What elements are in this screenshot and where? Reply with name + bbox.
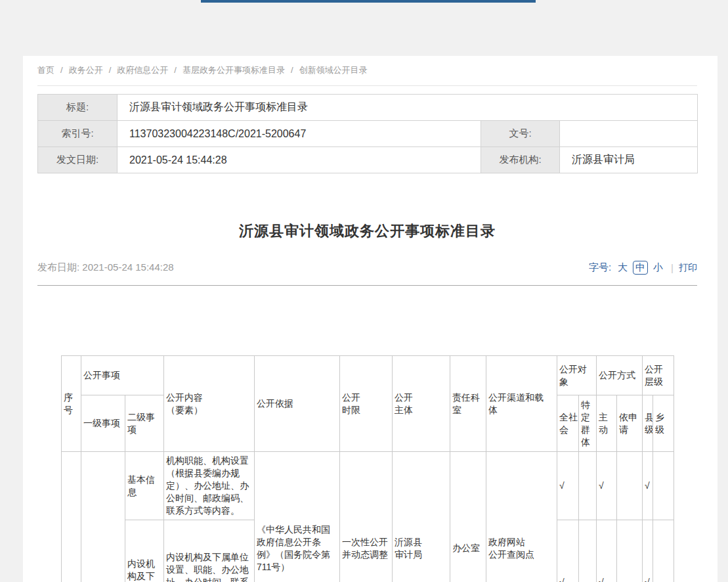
meta-title-label: 标题:: [38, 95, 118, 121]
header-content: 公开内容 （要素）: [164, 356, 255, 452]
cell-method-request: [617, 520, 643, 582]
breadcrumb-divider: [37, 85, 697, 86]
catalog-table: 序 号 公开事项 公开内容 （要素） 公开依据 公开 时限 公开 主体 责任科 …: [61, 355, 674, 582]
print-button[interactable]: 打印: [679, 262, 697, 274]
header-level-town: 乡 级: [653, 395, 674, 452]
breadcrumb-separator: /: [60, 65, 63, 75]
cell-basis: 《中华人民共和国 政府信息公开条 例》（国务院令第 711号）: [255, 452, 340, 582]
cell-content: 内设机构及下属单位 设置、职能、办公地 址、办公时间、联系 方式、负责人姓名等 …: [164, 520, 255, 582]
breadcrumb-item-zhengwu[interactable]: 政务公开: [69, 65, 103, 75]
font-size-label: 字号:: [589, 261, 611, 274]
catalog-header-row-1: 序 号 公开事项 公开内容 （要素） 公开依据 公开 时限 公开 主体 责任科 …: [62, 356, 674, 395]
cell-method-request: [617, 452, 643, 520]
header-audience-specific: 特 定 群 体: [579, 395, 597, 452]
divider-pipe: |: [671, 262, 674, 273]
header-serial: 序 号: [62, 356, 81, 452]
page-title: 沂源县审计领域政务公开事项标准目录: [37, 217, 697, 245]
header-level: 公开 层级: [643, 356, 674, 395]
cell-subject: 沂源县 审计局: [393, 452, 450, 582]
cell-audience-specific: [579, 452, 597, 520]
checkmark-method-active: √: [597, 452, 617, 520]
header-audience: 公开对 象: [557, 356, 597, 395]
meta-title-value: 沂源县审计领域政务公开事项标准目录: [118, 95, 698, 121]
font-size-large-button[interactable]: 大: [618, 261, 628, 274]
cell-audience-specific: [579, 520, 597, 582]
font-size-small-button[interactable]: 小: [653, 261, 663, 274]
publish-date: 发布日期: 2021-05-24 15:44:28: [37, 261, 174, 274]
font-size-medium-button[interactable]: 中: [633, 261, 648, 275]
meta-agency-value: 沂源县审计局: [560, 147, 698, 173]
meta-index-label: 索引号:: [38, 121, 118, 147]
table-row: 基本信 息 机构职能、机构设置 （根据县委编办规 定）、办公地址、办 公时间、邮…: [62, 452, 674, 520]
meta-row-date: 发文日期: 2021-05-24 15:44:28 发布机构: 沂源县审计局: [38, 147, 698, 173]
meta-row-index: 索引号: 11370323004223148C/2021-5200647 文号:: [38, 121, 698, 147]
meta-docnum-value: [560, 121, 698, 147]
header-method-request: 依申 请: [617, 395, 643, 452]
font-size-control: 字号: 大 中 小 | 打印: [589, 261, 697, 275]
header-method: 公开方式: [597, 356, 643, 395]
meta-index-value: 11370323004223148C/2021-5200647: [118, 121, 481, 147]
header-level-county: 县 级: [643, 395, 653, 452]
content-card: 首页/政务公开/政府信息公开/基层政务公开事项标准目录/创新领域公开目录 标题:…: [23, 56, 717, 582]
breadcrumb-item-home[interactable]: 首页: [37, 65, 54, 75]
cell-time-limit: 一次性公开 并动态调整: [340, 452, 393, 582]
breadcrumb-separator: /: [174, 65, 177, 75]
header-subject: 公开 主体: [393, 356, 450, 452]
header-audience-all: 全社 会: [557, 395, 579, 452]
checkmark-method-active: √: [597, 520, 617, 582]
meta-row-title: 标题: 沂源县审计领域政务公开事项标准目录: [38, 95, 698, 121]
breadcrumb-separator: /: [109, 65, 112, 75]
meta-date-value: 2021-05-24 15:44:28: [118, 147, 481, 173]
checkmark-level-county: √: [643, 452, 653, 520]
header-item-group: 公开事项: [81, 356, 164, 395]
header-time-limit: 公开 时限: [340, 356, 393, 452]
header-level1: 一级事项: [81, 395, 125, 452]
breadcrumb-item-chuangxin[interactable]: 创新领域公开目录: [299, 65, 368, 75]
breadcrumb-separator: /: [291, 65, 293, 75]
cell-department: 办公室: [450, 452, 486, 582]
article-meta-bar: 发布日期: 2021-05-24 15:44:28 字号: 大 中 小 | 打印: [37, 261, 697, 275]
header-department: 责任科 室: [450, 356, 486, 452]
header-basis: 公开依据: [255, 356, 340, 452]
top-accent-bar: [201, 0, 536, 3]
checkmark-audience-all: √: [557, 452, 579, 520]
cell-level-town: [653, 452, 674, 520]
publish-date-value: 2021-05-24 15:44:28: [82, 261, 173, 273]
meta-table: 标题: 沂源县审计领域政务公开事项标准目录 索引号: 1137032300422…: [37, 94, 698, 173]
cell-level2: 内设机 构及下 属事业 单位: [125, 520, 164, 582]
meta-agency-label: 发布机构:: [481, 147, 560, 173]
meta-date-label: 发文日期:: [38, 147, 118, 173]
cell-level1: [81, 452, 125, 582]
publish-date-label: 发布日期:: [37, 261, 79, 273]
cell-level-town: [653, 520, 674, 582]
header-level2: 二级事 项: [125, 395, 164, 452]
cell-level2: 基本信 息: [125, 452, 164, 520]
breadcrumb-item-xinxi[interactable]: 政府信息公开: [117, 65, 168, 75]
header-channel: 公开渠道和载 体: [486, 356, 557, 452]
header-method-active: 主 动: [597, 395, 617, 452]
breadcrumb: 首页/政务公开/政府信息公开/基层政务公开事项标准目录/创新领域公开目录: [37, 64, 697, 77]
cell-channel: 政府网站 公开查阅点: [486, 452, 557, 582]
cell-serial: [62, 452, 81, 582]
meta-docnum-label: 文号:: [481, 121, 560, 147]
checkmark-level-county: √: [643, 520, 653, 582]
article-divider: [37, 285, 697, 286]
checkmark-audience-all: √: [557, 520, 579, 582]
breadcrumb-item-jiceng[interactable]: 基层政务公开事项标准目录: [182, 65, 285, 75]
cell-content: 机构职能、机构设置 （根据县委编办规 定）、办公地址、办 公时间、邮政编码、 联…: [164, 452, 255, 520]
